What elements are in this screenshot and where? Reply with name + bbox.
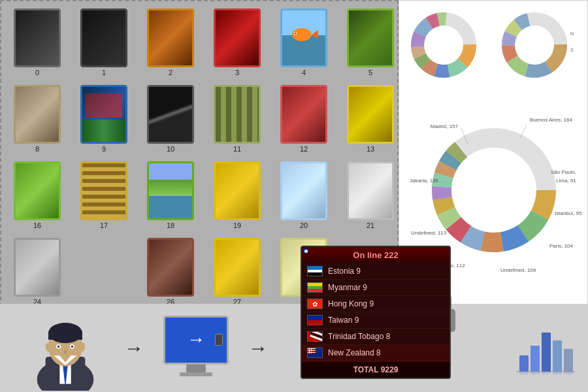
flag-myanmar	[307, 282, 323, 293]
bottom-area: → → →	[0, 304, 588, 392]
card-21[interactable]: 21	[338, 157, 403, 233]
flag-taiwan	[307, 315, 323, 325]
avatar-container	[13, 306, 118, 391]
monitor-base	[180, 372, 212, 376]
card-5[interactable]: 5	[338, 5, 403, 80]
popup-text-estonia: Estonia 9	[328, 267, 444, 276]
svg-rect-85	[531, 372, 540, 374]
svg-text:ph-2,710: ph-2,710	[434, 84, 453, 84]
svg-text:Undefined, 109: Undefined, 109	[500, 267, 536, 273]
card-4[interactable]: 4	[271, 5, 336, 80]
svg-rect-82	[564, 349, 573, 372]
bar-chart-container	[516, 304, 575, 379]
flag-hongkong: ✿	[307, 299, 323, 309]
card-17[interactable]: 17	[71, 157, 137, 233]
svg-point-70	[71, 345, 73, 347]
popup-text-taiwan: Taiwan 9	[328, 316, 444, 325]
popup-footer: TOTAL 9229	[302, 361, 449, 378]
monitor-arrow: →	[187, 329, 205, 350]
card-13[interactable]: 13	[338, 81, 403, 156]
svg-text:Jakarta, 126: Jakarta, 126	[410, 178, 439, 184]
svg-rect-80	[542, 333, 551, 372]
left-arrow: →	[124, 337, 144, 359]
avatar	[23, 306, 108, 391]
card-12[interactable]: 12	[271, 81, 336, 156]
svg-rect-84	[519, 372, 529, 374]
flag-trinidad	[307, 331, 323, 342]
card-3[interactable]: 3	[204, 5, 270, 80]
flag-estonia	[307, 266, 323, 276]
flag-nz: ✦✦✦✦	[307, 348, 323, 358]
svg-point-69	[57, 345, 59, 347]
svg-text:Paris, 104: Paris, 104	[549, 243, 574, 249]
mini-donut-2: NY, 2,138 Sydney, 3,751	[495, 6, 583, 80]
card-16[interactable]: 16	[5, 157, 70, 233]
card-empty-17	[71, 234, 137, 309]
card-24[interactable]: 24	[5, 234, 70, 309]
svg-text:Sydney, 3,751: Sydney, 3,751	[570, 48, 574, 53]
popup-item-hongkong[interactable]: ✿ Hong Kong 9	[302, 296, 449, 312]
card-1[interactable]: 1	[71, 5, 137, 80]
popup-header: On line 222	[302, 247, 449, 263]
svg-point-73	[80, 342, 86, 351]
svg-point-46	[458, 154, 530, 226]
card-19[interactable]: 19	[204, 157, 270, 233]
monitor-container: →	[157, 316, 235, 381]
svg-text:São Paulo,: São Paulo,	[551, 169, 576, 175]
svg-point-15	[427, 29, 460, 61]
svg-point-71	[63, 350, 67, 354]
popup-item-nz[interactable]: ✦✦✦✦ New Zealand 8	[302, 345, 449, 361]
svg-text:Madrid, 157: Madrid, 157	[431, 123, 459, 129]
svg-text:Lima, 91: Lima, 91	[556, 178, 576, 184]
popup-item-myanmar[interactable]: Myanmar 9	[302, 280, 449, 296]
right-arrow: →	[248, 337, 268, 359]
svg-text:Buenos Aires, 164: Buenos Aires, 164	[530, 117, 572, 123]
svg-rect-81	[553, 340, 562, 372]
svg-text:Istanbul, 95: Istanbul, 95	[555, 210, 582, 216]
card-18[interactable]: 18	[138, 157, 203, 233]
card-11[interactable]: 11	[204, 81, 270, 156]
popup-text-hongkong: Hong Kong 9	[328, 299, 444, 308]
card-2[interactable]: 2	[138, 5, 203, 80]
svg-point-72	[46, 342, 52, 351]
svg-point-3	[295, 33, 296, 34]
monitor-stand	[186, 365, 206, 372]
popup-text-trinidad: Trinidad Tobago 8	[328, 332, 444, 341]
popup-text-myanmar: Myanmar 9	[328, 283, 444, 292]
monitor-screen: →	[163, 316, 229, 365]
mini-charts-row: Premia, 2,894 Sydney-4,195 Spain-2,889 L…	[399, 1, 587, 86]
svg-point-0	[292, 28, 312, 41]
svg-rect-88	[564, 372, 573, 374]
svg-text:Undefined, 113: Undefined, 113	[411, 230, 447, 236]
card-26[interactable]: 26	[138, 234, 203, 309]
svg-rect-79	[531, 346, 540, 372]
svg-marker-1	[312, 30, 318, 39]
mini-donut-1: Premia, 2,894 Sydney-4,195 Spain-2,889 L…	[404, 6, 492, 80]
card-27[interactable]: 27	[204, 234, 270, 309]
popup-item-trinidad[interactable]: Trinidad Tobago 8	[302, 329, 449, 345]
card-20[interactable]: 20	[271, 157, 336, 233]
online-popup[interactable]: On line 222 Estonia 9 Myanmar 9 ✿ Hong K…	[301, 246, 451, 379]
card-10[interactable]: 10	[138, 81, 203, 156]
card-9[interactable]: 9	[71, 81, 137, 156]
svg-rect-87	[553, 372, 562, 374]
card-8[interactable]: 8	[5, 81, 70, 156]
svg-point-29	[518, 29, 551, 61]
popup-text-nz: New Zealand 8	[328, 348, 444, 357]
popup-item-taiwan[interactable]: Taiwan 9	[302, 312, 449, 329]
main-container: 0 1 2 3 4	[0, 0, 588, 392]
card-0[interactable]: 0	[5, 5, 70, 80]
svg-rect-66	[48, 333, 82, 339]
svg-text:NY, 2,138: NY, 2,138	[570, 31, 574, 36]
svg-rect-78	[519, 355, 529, 372]
svg-rect-86	[542, 372, 551, 374]
popup-item-estonia[interactable]: Estonia 9	[302, 263, 449, 280]
